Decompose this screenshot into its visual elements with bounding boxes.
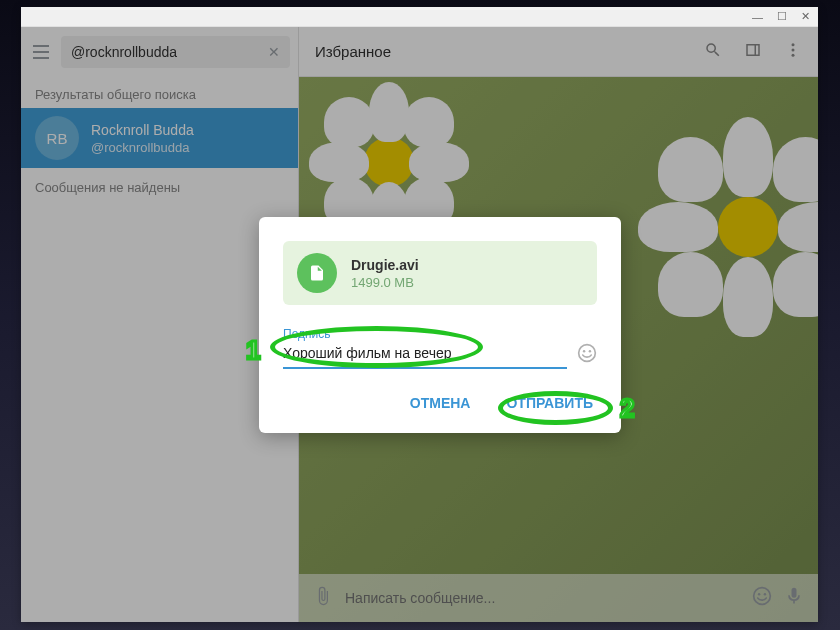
caption-input[interactable] xyxy=(283,341,567,369)
svg-point-6 xyxy=(579,345,596,362)
maximize-button[interactable]: ☐ xyxy=(777,10,787,23)
file-name: Drugie.avi xyxy=(351,257,419,273)
file-size: 1499.0 MB xyxy=(351,275,419,290)
app-window: — ☐ ✕ ✕ Результаты общего поиска RB Rock… xyxy=(21,7,818,622)
emoji-icon[interactable] xyxy=(577,343,597,367)
svg-point-7 xyxy=(583,350,586,353)
titlebar: — ☐ ✕ xyxy=(21,7,818,27)
svg-point-8 xyxy=(589,350,592,353)
minimize-button[interactable]: — xyxy=(752,11,763,23)
close-button[interactable]: ✕ xyxy=(801,10,810,23)
file-attachment: Drugie.avi 1499.0 MB xyxy=(283,241,597,305)
cancel-button[interactable]: ОТМЕНА xyxy=(406,389,475,417)
send-file-modal: Drugie.avi 1499.0 MB Подпись ОТМЕНА ОТПР… xyxy=(259,217,621,433)
caption-label: Подпись xyxy=(283,327,597,341)
send-button[interactable]: ОТПРАВИТЬ xyxy=(502,389,597,417)
file-icon xyxy=(297,253,337,293)
